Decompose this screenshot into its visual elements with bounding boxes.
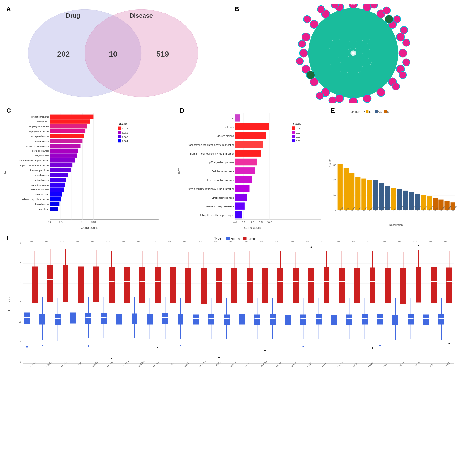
svg-text:***: *** — [367, 240, 371, 243]
svg-point-98 — [393, 16, 401, 23]
svg-text:CC: CC — [378, 110, 382, 113]
svg-point-29 — [336, 44, 337, 44]
svg-rect-507 — [331, 315, 337, 325]
svg-point-582 — [372, 347, 373, 349]
svg-text:Gene count: Gene count — [81, 226, 97, 230]
svg-rect-462 — [255, 314, 260, 325]
svg-text:30: 30 — [333, 164, 336, 166]
svg-rect-354 — [70, 313, 76, 323]
svg-rect-511 — [339, 268, 345, 303]
svg-rect-241 — [361, 179, 366, 210]
svg-text:ocular cancer: ocular cancer — [35, 140, 49, 142]
svg-point-68 — [366, 63, 366, 63]
svg-rect-498 — [316, 314, 322, 324]
svg-point-44 — [371, 62, 372, 63]
svg-point-43 — [369, 67, 369, 68]
svg-point-24 — [373, 58, 373, 59]
panel-d-label: D — [180, 107, 184, 114]
svg-text:follicular thyroid carcinoma: follicular thyroid carcinoma — [22, 198, 49, 200]
svg-text:0.0: 0.0 — [48, 221, 52, 223]
svg-text:papilloma: papilloma — [39, 208, 49, 210]
svg-text:retinal cell cancer: retinal cell cancer — [31, 188, 49, 191]
svg-point-90 — [302, 33, 310, 41]
svg-text:RFC4: RFC4 — [352, 362, 358, 368]
svg-text:Normal: Normal — [231, 237, 241, 240]
svg-text:***: *** — [30, 240, 33, 243]
svg-rect-196 — [235, 159, 257, 165]
svg-text:5.0: 5.0 — [251, 221, 254, 224]
svg-rect-430 — [201, 268, 207, 304]
svg-text:10.0: 10.0 — [267, 221, 272, 224]
panel-b: B — [232, 4, 461, 105]
svg-point-583 — [418, 245, 419, 246]
svg-text:***: *** — [76, 240, 79, 243]
svg-rect-525 — [362, 314, 368, 324]
svg-point-590 — [379, 345, 381, 346]
svg-rect-475 — [278, 268, 283, 303]
svg-rect-385 — [124, 267, 130, 303]
svg-rect-243 — [373, 180, 378, 210]
svg-point-49 — [350, 48, 351, 49]
svg-text:20: 20 — [333, 179, 336, 181]
svg-rect-169 — [118, 135, 121, 138]
svg-text:Platinum drug resistance: Platinum drug resistance — [206, 205, 234, 208]
svg-rect-200 — [235, 176, 252, 183]
svg-text:Count: Count — [328, 159, 331, 167]
svg-point-63 — [336, 53, 337, 53]
svg-rect-140 — [50, 153, 77, 158]
svg-rect-215 — [292, 135, 295, 138]
svg-text:Progesterone-mediated oocyte m: Progesterone-mediated oocyte maturation — [187, 143, 234, 146]
svg-rect-466 — [262, 268, 268, 303]
svg-rect-148 — [50, 173, 68, 177]
svg-rect-142 — [50, 158, 75, 162]
svg-text:***: *** — [91, 240, 95, 243]
svg-point-96 — [370, 4, 377, 9]
svg-text:CCNA1: CCNA1 — [30, 361, 37, 368]
svg-text:-2: -2 — [19, 321, 21, 324]
svg-text:0.012: 0.012 — [122, 132, 128, 134]
svg-point-588 — [180, 344, 181, 346]
svg-rect-412 — [170, 267, 176, 303]
svg-text:***: *** — [214, 240, 217, 243]
panel-d: D Gene count Term 0.0 2.5 5.0 7.5 10.0 — [177, 105, 328, 232]
svg-rect-144 — [50, 163, 72, 167]
svg-text:***: *** — [321, 240, 325, 243]
svg-rect-240 — [355, 177, 360, 210]
svg-text:5.0: 5.0 — [70, 221, 73, 223]
svg-text:BP: BP — [369, 110, 372, 113]
svg-rect-426 — [193, 314, 199, 324]
svg-rect-403 — [155, 267, 161, 303]
svg-rect-358 — [78, 267, 84, 303]
svg-point-41 — [358, 72, 359, 73]
svg-rect-565 — [431, 267, 437, 303]
svg-text:***: *** — [60, 240, 64, 243]
svg-rect-327 — [24, 313, 30, 324]
svg-text:MCM4: MCM4 — [291, 362, 297, 368]
svg-text:Expression: Expression — [7, 296, 11, 311]
svg-point-21 — [360, 71, 360, 72]
svg-rect-237 — [338, 164, 342, 210]
svg-rect-128 — [50, 124, 87, 129]
intersection-count: 10 — [109, 50, 117, 58]
svg-text:***: *** — [414, 240, 417, 243]
svg-rect-224 — [384, 110, 387, 113]
svg-text:embryona-II: embryona-II — [37, 120, 49, 123]
svg-text:CDK2: CDK2 — [184, 362, 189, 368]
svg-point-16 — [326, 58, 327, 59]
svg-point-28 — [364, 38, 365, 38]
svg-rect-381 — [116, 314, 122, 324]
svg-point-22 — [366, 69, 366, 69]
svg-rect-394 — [140, 267, 145, 303]
svg-rect-376 — [109, 267, 115, 303]
svg-point-7 — [362, 53, 363, 54]
svg-point-52 — [349, 52, 350, 52]
svg-text:0.02: 0.02 — [296, 135, 300, 138]
panel-b-label: B — [235, 5, 240, 13]
svg-rect-242 — [367, 180, 372, 210]
svg-point-69 — [344, 66, 344, 66]
svg-point-33 — [363, 43, 364, 43]
svg-text:CDC25A: CDC25A — [122, 360, 130, 368]
svg-point-17 — [330, 64, 330, 65]
svg-rect-186 — [235, 114, 240, 121]
svg-point-36 — [330, 62, 331, 62]
